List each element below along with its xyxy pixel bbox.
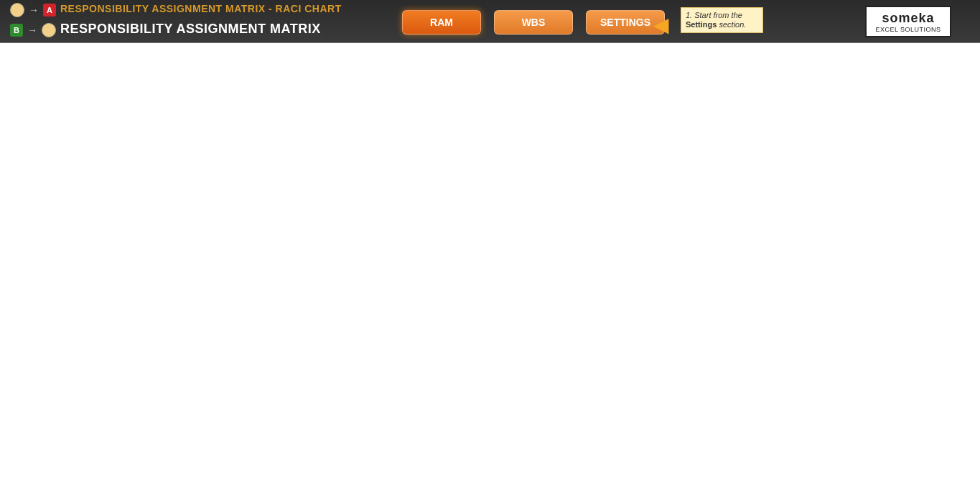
header-icons-row-a: → A bbox=[10, 3, 56, 17]
badge-a-icon: A bbox=[43, 4, 56, 17]
ram-button[interactable]: RAM bbox=[402, 10, 481, 34]
logo-text: someka bbox=[882, 11, 934, 26]
hint-settings: 1. Start from the Settings section. bbox=[681, 7, 763, 33]
avatar-icon bbox=[42, 23, 56, 37]
avatar-icon bbox=[10, 3, 24, 17]
logo-subtext: EXCEL SOLUTIONS bbox=[875, 26, 941, 33]
app-title: RESPONSIBILITY ASSIGNMENT MATRIX - RACI … bbox=[60, 3, 342, 14]
badge-b-icon: B bbox=[10, 24, 23, 37]
arrow-left-icon: ◀ bbox=[653, 13, 669, 37]
wbs-button[interactable]: WBS bbox=[494, 10, 573, 34]
nav-buttons: RAM WBS SETTINGS bbox=[402, 10, 665, 34]
header-icons-row-b: B → bbox=[10, 23, 56, 37]
brand-logo: someka EXCEL SOLUTIONS bbox=[865, 6, 951, 37]
page-title: RESPONSIBILITY ASSIGNMENT MATRIX bbox=[60, 22, 321, 37]
arrow-icon: → bbox=[27, 24, 37, 36]
app-header: → A B → RESPONSIBILITY ASSIGNMENT MATRIX… bbox=[0, 0, 980, 43]
arrow-icon: → bbox=[29, 4, 39, 16]
